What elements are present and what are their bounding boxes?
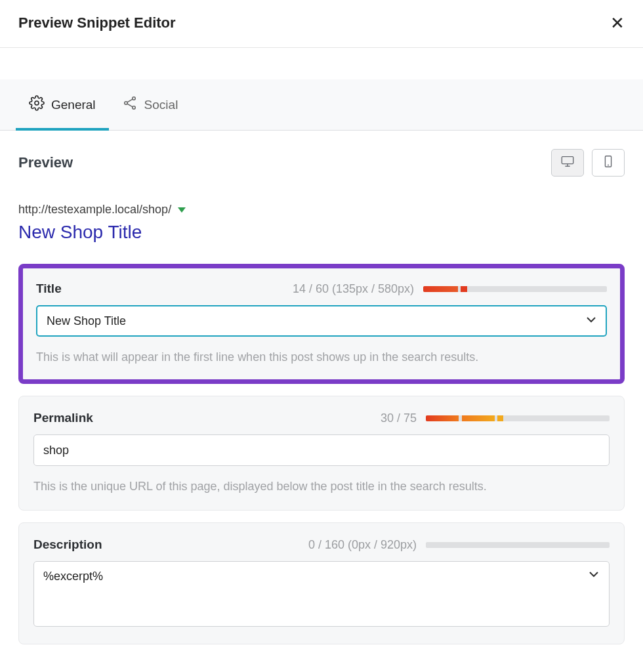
tab-general-label: General	[51, 98, 96, 112]
title-counter: 14 / 60 (135px / 580px)	[293, 282, 414, 296]
preview-section-header: Preview	[18, 149, 625, 177]
chevron-down-icon[interactable]	[583, 312, 599, 330]
device-toggle-group	[551, 149, 625, 177]
desktop-icon	[560, 154, 575, 171]
svg-rect-6	[562, 157, 573, 164]
mobile-icon	[601, 154, 615, 171]
close-icon[interactable]: ✕	[610, 14, 625, 32]
title-meter	[423, 286, 607, 292]
modal-header: Preview Snippet Editor ✕	[0, 0, 643, 48]
tab-bar: General Social	[0, 79, 643, 131]
content-area: Preview http://testexample.local/shop/ N…	[0, 131, 643, 663]
svg-line-4	[127, 99, 133, 102]
preview-heading: Preview	[18, 154, 73, 171]
chevron-down-icon[interactable]	[586, 566, 602, 585]
gear-icon	[29, 95, 45, 114]
description-field-card: Description 0 / 160 (0px / 920px)	[18, 522, 625, 644]
header-spacer	[0, 48, 643, 79]
svg-point-3	[132, 106, 135, 109]
mobile-preview-button[interactable]	[592, 149, 625, 177]
permalink-field-card: Permalink 30 / 75 This is the unique URL…	[18, 396, 625, 511]
permalink-counter: 30 / 75	[381, 411, 417, 425]
description-counter: 0 / 160 (0px / 920px)	[308, 538, 417, 552]
title-helper: This is what will appear in the first li…	[36, 348, 607, 366]
description-input[interactable]	[33, 561, 610, 627]
title-field-card: Title 14 / 60 (135px / 580px) This is wh…	[18, 264, 625, 384]
caret-down-icon	[178, 207, 186, 213]
share-icon	[122, 95, 138, 114]
permalink-helper: This is the unique URL of this page, dis…	[33, 478, 610, 495]
svg-line-5	[127, 104, 133, 107]
snippet-preview-url[interactable]: http://testexample.local/shop/	[18, 203, 625, 217]
desktop-preview-button[interactable]	[551, 149, 584, 177]
permalink-input[interactable]	[33, 434, 610, 466]
description-label: Description	[33, 537, 102, 552]
title-input[interactable]	[36, 305, 607, 337]
svg-point-2	[132, 97, 135, 100]
modal-title: Preview Snippet Editor	[18, 14, 176, 32]
svg-point-1	[124, 102, 127, 104]
title-label: Title	[36, 282, 62, 296]
permalink-meter	[426, 415, 610, 421]
svg-point-0	[35, 101, 39, 105]
permalink-label: Permalink	[33, 411, 93, 425]
snippet-url-text: http://testexample.local/shop/	[18, 203, 171, 217]
snippet-preview-title[interactable]: New Shop Title	[18, 222, 625, 243]
tab-general[interactable]: General	[29, 79, 96, 130]
tab-social-label: Social	[144, 98, 178, 112]
tab-social[interactable]: Social	[122, 79, 178, 130]
description-meter	[426, 542, 610, 548]
